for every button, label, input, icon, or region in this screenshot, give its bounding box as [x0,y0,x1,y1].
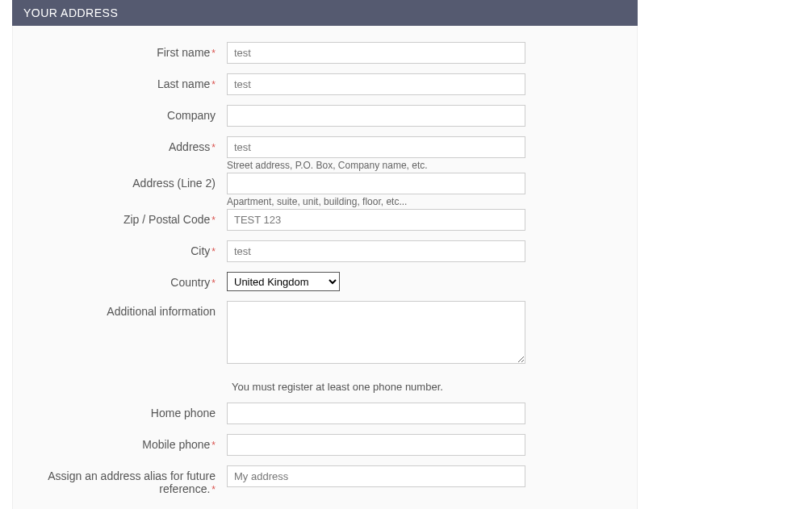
phone-notice: You must register at least one phone num… [227,381,443,393]
label-additional: Additional information [29,301,227,318]
last-name-input[interactable] [227,73,525,95]
label-address2: Address (Line 2) [29,173,227,190]
label-address: Address* [29,136,227,153]
label-city: City* [29,240,227,257]
label-home-phone: Home phone [29,403,227,419]
address-hint: Street address, P.O. Box, Company name, … [227,160,525,171]
label-mobile-phone: Mobile phone* [29,434,227,451]
home-phone-input[interactable] [227,403,525,424]
country-select[interactable]: United Kingdom [227,272,340,291]
panel-title: YOUR ADDRESS [23,6,118,19]
label-zip: Zip / Postal Code* [29,209,227,226]
additional-textarea[interactable] [227,301,525,364]
label-country: Country* [29,272,227,289]
label-company: Company [29,105,227,122]
address-input[interactable] [227,136,525,158]
alias-input[interactable] [227,465,525,487]
mobile-phone-input[interactable] [227,434,525,456]
zip-input[interactable] [227,209,525,231]
company-input[interactable] [227,105,525,127]
city-input[interactable] [227,240,525,262]
label-first-name: First name* [29,42,227,59]
panel-header-your-address: YOUR ADDRESS [12,0,638,26]
first-name-input[interactable] [227,42,525,64]
address2-hint: Apartment, suite, unit, building, floor,… [227,196,525,207]
address-form: First name* Last name* Company A [12,26,638,509]
label-last-name: Last name* [29,73,227,90]
address2-input[interactable] [227,173,525,194]
label-alias: Assign an address alias for future refer… [29,465,227,495]
